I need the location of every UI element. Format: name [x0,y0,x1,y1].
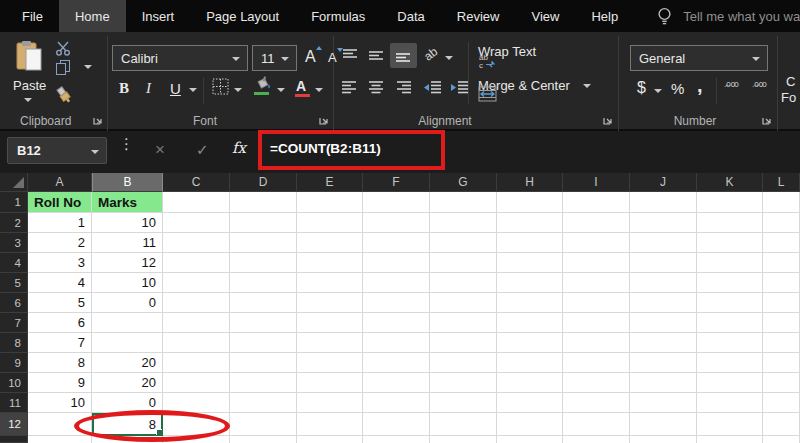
cell-H10[interactable] [497,373,563,393]
cell-C7[interactable] [163,313,230,333]
cell-K4[interactable] [697,253,763,273]
cell-I4[interactable] [563,253,630,273]
cell-A11[interactable]: 10 [28,393,92,413]
cell-G5[interactable] [430,273,497,293]
orientation-icon[interactable]: ab [421,44,440,63]
cell-I5[interactable] [563,273,630,293]
name-box[interactable]: B12 [7,137,107,164]
cell-H5[interactable] [497,273,563,293]
tell-me-box[interactable]: Tell me what you want to do [656,0,800,32]
formula-input[interactable]: =COUNT(B2:B11) [270,141,381,156]
cell-H1[interactable] [497,192,563,213]
tell-me-placeholder[interactable]: Tell me what you want to do [683,9,800,24]
cell-I1[interactable] [563,192,630,213]
row-header-8[interactable]: 8 [0,333,28,353]
column-header-H[interactable]: H [497,173,563,192]
font-size-combobox[interactable]: 11 [252,45,297,71]
tab-formulas[interactable]: Formulas [295,0,381,32]
cell-E10[interactable] [297,373,363,393]
paste-button[interactable]: Paste [10,40,50,106]
tab-review[interactable]: Review [441,0,516,32]
row-header-4[interactable]: 4 [0,253,28,273]
orientation-caret[interactable] [445,56,453,60]
cell-G11[interactable] [430,393,497,413]
cell-I8[interactable] [563,333,630,353]
cell-A12[interactable] [28,413,92,436]
column-header-E[interactable]: E [297,173,363,192]
cell-C4[interactable] [163,253,230,273]
cell-I9[interactable] [563,353,630,373]
cell-L7[interactable] [763,313,800,333]
cell-C2[interactable] [163,213,230,233]
cell-I10[interactable] [563,373,630,393]
cell-A10[interactable]: 9 [28,373,92,393]
cell-B9[interactable]: 20 [92,353,163,373]
cell-H3[interactable] [497,233,563,253]
cell-C3[interactable] [163,233,230,253]
cell-D4[interactable] [230,253,297,273]
insert-function-icon[interactable]: fx [232,139,246,157]
cell-J9[interactable] [630,353,697,373]
cell-J1[interactable] [630,192,697,213]
cell-J8[interactable] [630,333,697,353]
cell-C6[interactable] [163,293,230,313]
cell-H8[interactable] [497,333,563,353]
cell-F10[interactable] [363,373,430,393]
row-header-9[interactable]: 9 [0,353,28,373]
column-header-A[interactable]: A [28,173,92,192]
tab-help[interactable]: Help [575,0,634,32]
cell-J13-partial[interactable] [630,436,697,443]
cell-K13-partial[interactable] [697,436,763,443]
column-header-C[interactable]: C [163,173,230,192]
cell-K1[interactable] [697,192,763,213]
column-header-L[interactable]: L [763,173,800,192]
cell-F4[interactable] [363,253,430,273]
cell-L6[interactable] [763,293,800,313]
cell-A5[interactable]: 4 [28,273,92,293]
cell-F7[interactable] [363,313,430,333]
cell-K5[interactable] [697,273,763,293]
cell-H11[interactable] [497,393,563,413]
cell-K10[interactable] [697,373,763,393]
cell-F2[interactable] [363,213,430,233]
cell-H2[interactable] [497,213,563,233]
cell-J3[interactable] [630,233,697,253]
cell-A9[interactable]: 8 [28,353,92,373]
cell-I11[interactable] [563,393,630,413]
cell-G8[interactable] [430,333,497,353]
cell-F3[interactable] [363,233,430,253]
tab-view[interactable]: View [515,0,575,32]
cell-G4[interactable] [430,253,497,273]
select-all-corner[interactable] [0,173,28,192]
cell-J7[interactable] [630,313,697,333]
cell-G6[interactable] [430,293,497,313]
italic-button[interactable]: I [146,80,151,97]
cell-A4[interactable]: 3 [28,253,92,273]
cell-D1[interactable] [230,192,297,213]
cell-C13-partial[interactable] [163,436,230,443]
borders-caret[interactable] [234,88,242,92]
cell-I2[interactable] [563,213,630,233]
cell-F1[interactable] [363,192,430,213]
cell-B4[interactable]: 12 [92,253,163,273]
cell-K7[interactable] [697,313,763,333]
cell-J6[interactable] [630,293,697,313]
cell-E8[interactable] [297,333,363,353]
cell-J5[interactable] [630,273,697,293]
cell-G3[interactable] [430,233,497,253]
cell-H4[interactable] [497,253,563,273]
cell-K3[interactable] [697,233,763,253]
cell-L10[interactable] [763,373,800,393]
cell-L9[interactable] [763,353,800,373]
cell-C10[interactable] [163,373,230,393]
cell-K2[interactable] [697,213,763,233]
cell-I3[interactable] [563,233,630,253]
cell-E11[interactable] [297,393,363,413]
cell-C9[interactable] [163,353,230,373]
cell-I13-partial[interactable] [563,436,630,443]
cell-D2[interactable] [230,213,297,233]
row-header-7[interactable]: 7 [0,313,28,333]
merge-center-button[interactable]: Merge & Center [478,78,591,93]
cell-B12[interactable]: 8 [92,413,163,436]
cell-F5[interactable] [363,273,430,293]
